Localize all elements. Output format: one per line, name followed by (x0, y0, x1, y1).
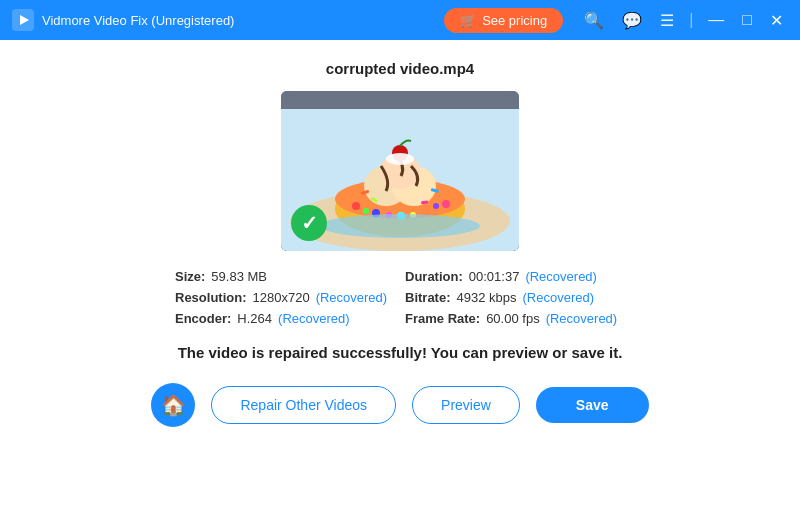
see-pricing-button[interactable]: 🛒 See pricing (444, 8, 563, 33)
bitrate-info: Bitrate: 4932 kbps (Recovered) (405, 290, 625, 305)
repair-success-badge: ✓ (291, 205, 327, 241)
app-title: Vidmore Video Fix (Unregistered) (42, 13, 444, 28)
close-button[interactable]: ✕ (765, 9, 788, 32)
encoder-recovered: (Recovered) (278, 311, 350, 326)
search-icon[interactable]: 🔍 (579, 9, 609, 32)
encoder-info: Encoder: H.264 (Recovered) (175, 311, 375, 326)
repair-other-button[interactable]: Repair Other Videos (211, 386, 396, 424)
svg-point-7 (363, 208, 369, 214)
duration-info: Duration: 00:01:37 (Recovered) (405, 269, 625, 284)
home-button[interactable]: 🏠 (151, 383, 195, 427)
framerate-info: Frame Rate: 60.00 fps (Recovered) (405, 311, 625, 326)
size-label: Size: (175, 269, 205, 284)
success-message: The video is repaired successfully! You … (178, 344, 623, 361)
svg-rect-25 (281, 91, 519, 109)
bitrate-recovered: (Recovered) (523, 290, 595, 305)
action-buttons: 🏠 Repair Other Videos Preview Save (151, 383, 648, 427)
cart-icon: 🛒 (460, 13, 476, 28)
resolution-label: Resolution: (175, 290, 247, 305)
bitrate-value: 4932 kbps (457, 290, 517, 305)
main-content: corrupted video.mp4 (0, 40, 800, 523)
checkmark-icon: ✓ (301, 211, 318, 235)
menu-icon[interactable]: ☰ (655, 9, 679, 32)
svg-point-13 (433, 203, 439, 209)
encoder-label: Encoder: (175, 311, 231, 326)
framerate-label: Frame Rate: (405, 311, 480, 326)
separator: | (689, 11, 693, 29)
maximize-button[interactable]: □ (737, 9, 757, 31)
duration-label: Duration: (405, 269, 463, 284)
resolution-value: 1280x720 (253, 290, 310, 305)
svg-point-24 (320, 214, 480, 238)
video-thumbnail: ✓ (281, 91, 519, 251)
duration-value: 00:01:37 (469, 269, 520, 284)
svg-point-14 (442, 200, 450, 208)
pricing-label: See pricing (482, 13, 547, 28)
minimize-button[interactable]: — (703, 9, 729, 31)
duration-recovered: (Recovered) (525, 269, 597, 284)
video-filename: corrupted video.mp4 (326, 60, 474, 77)
home-icon: 🏠 (161, 393, 186, 417)
titlebar: Vidmore Video Fix (Unregistered) 🛒 See p… (0, 0, 800, 40)
size-value: 59.83 MB (211, 269, 267, 284)
resolution-info: Resolution: 1280x720 (Recovered) (175, 290, 375, 305)
svg-point-19 (386, 153, 414, 165)
app-logo (12, 9, 34, 31)
encoder-value: H.264 (237, 311, 272, 326)
message-icon[interactable]: 💬 (617, 9, 647, 32)
window-controls: 🔍 💬 ☰ | — □ ✕ (579, 9, 788, 32)
svg-point-12 (422, 207, 430, 215)
bitrate-label: Bitrate: (405, 290, 451, 305)
resolution-recovered: (Recovered) (316, 290, 388, 305)
framerate-recovered: (Recovered) (546, 311, 618, 326)
save-button[interactable]: Save (536, 387, 649, 423)
framerate-value: 60.00 fps (486, 311, 540, 326)
preview-button[interactable]: Preview (412, 386, 520, 424)
video-info-grid: Size: 59.83 MB Duration: 00:01:37 (Recov… (175, 269, 625, 326)
svg-point-6 (352, 202, 360, 210)
size-info: Size: 59.83 MB (175, 269, 375, 284)
